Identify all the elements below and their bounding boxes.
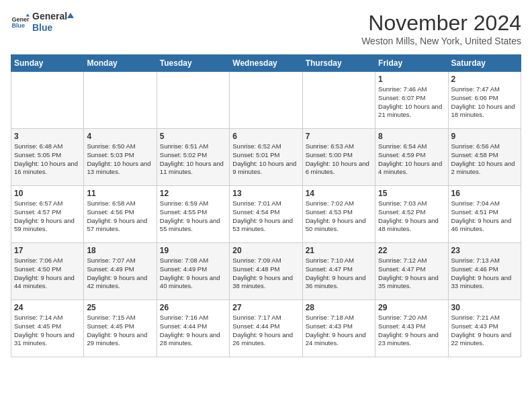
- svg-text:General: General: [11, 16, 30, 23]
- day-info: Sunrise: 7:20 AM Sunset: 4:43 PM Dayligh…: [378, 314, 445, 348]
- day-number: 16: [451, 189, 518, 198]
- day-info: Sunrise: 7:08 AM Sunset: 4:49 PM Dayligh…: [160, 257, 226, 291]
- day-info: Sunrise: 7:12 AM Sunset: 4:47 PM Dayligh…: [378, 257, 445, 291]
- calendar-week-row: 10Sunrise: 6:57 AM Sunset: 4:57 PM Dayli…: [11, 186, 521, 243]
- logo-general-text: General: [32, 11, 67, 21]
- day-number: 11: [87, 189, 153, 198]
- day-number: 29: [378, 303, 445, 312]
- calendar-header-row: SundayMondayTuesdayWednesdayThursdayFrid…: [11, 55, 521, 72]
- day-number: 7: [306, 132, 372, 141]
- calendar-cell: 27Sunrise: 7:17 AM Sunset: 4:44 PM Dayli…: [230, 300, 302, 357]
- day-info: Sunrise: 7:14 AM Sunset: 4:45 PM Dayligh…: [14, 314, 81, 348]
- calendar-cell: 18Sunrise: 7:07 AM Sunset: 4:49 PM Dayli…: [84, 243, 157, 300]
- calendar-cell: 22Sunrise: 7:12 AM Sunset: 4:47 PM Dayli…: [375, 243, 448, 300]
- logo-blue-text: Blue: [32, 22, 52, 33]
- day-info: Sunrise: 6:50 AM Sunset: 5:03 PM Dayligh…: [87, 142, 153, 177]
- day-info: Sunrise: 7:04 AM Sunset: 4:51 PM Dayligh…: [451, 199, 518, 234]
- day-info: Sunrise: 7:03 AM Sunset: 4:52 PM Dayligh…: [378, 199, 445, 234]
- calendar-cell: 25Sunrise: 7:15 AM Sunset: 4:45 PM Dayli…: [84, 300, 157, 357]
- day-info: Sunrise: 7:07 AM Sunset: 4:49 PM Dayligh…: [87, 257, 153, 291]
- calendar-table: SundayMondayTuesdayWednesdayThursdayFrid…: [11, 54, 521, 357]
- calendar-cell: 24Sunrise: 7:14 AM Sunset: 4:45 PM Dayli…: [11, 300, 84, 357]
- day-info: Sunrise: 7:47 AM Sunset: 6:06 PM Dayligh…: [451, 85, 518, 120]
- day-info: Sunrise: 7:16 AM Sunset: 4:44 PM Dayligh…: [160, 314, 226, 348]
- calendar-cell: 10Sunrise: 6:57 AM Sunset: 4:57 PM Dayli…: [11, 186, 84, 243]
- day-info: Sunrise: 7:18 AM Sunset: 4:43 PM Dayligh…: [306, 314, 372, 348]
- day-info: Sunrise: 7:15 AM Sunset: 4:45 PM Dayligh…: [87, 314, 153, 348]
- calendar-cell: [302, 72, 375, 129]
- calendar-cell: 26Sunrise: 7:16 AM Sunset: 4:44 PM Dayli…: [157, 300, 229, 357]
- calendar-cell: 21Sunrise: 7:10 AM Sunset: 4:47 PM Dayli…: [302, 243, 375, 300]
- day-number: 23: [451, 246, 518, 255]
- day-info: Sunrise: 7:09 AM Sunset: 4:48 PM Dayligh…: [232, 257, 299, 291]
- calendar-cell: 15Sunrise: 7:03 AM Sunset: 4:52 PM Dayli…: [375, 186, 448, 243]
- day-info: Sunrise: 7:01 AM Sunset: 4:54 PM Dayligh…: [232, 199, 299, 234]
- logo-icon: General Blue: [11, 13, 30, 32]
- calendar-cell: 17Sunrise: 7:06 AM Sunset: 4:50 PM Dayli…: [11, 243, 84, 300]
- day-number: 27: [232, 303, 299, 312]
- day-number: 28: [306, 303, 372, 312]
- column-header-friday: Friday: [375, 55, 448, 72]
- day-info: Sunrise: 6:59 AM Sunset: 4:55 PM Dayligh…: [160, 199, 226, 234]
- day-info: Sunrise: 6:56 AM Sunset: 4:58 PM Dayligh…: [451, 142, 518, 177]
- day-info: Sunrise: 6:53 AM Sunset: 5:00 PM Dayligh…: [306, 142, 372, 177]
- calendar-week-row: 24Sunrise: 7:14 AM Sunset: 4:45 PM Dayli…: [11, 300, 521, 357]
- calendar-cell: 5Sunrise: 6:51 AM Sunset: 5:02 PM Daylig…: [157, 129, 229, 186]
- day-number: 8: [378, 132, 445, 141]
- calendar-cell: 3Sunrise: 6:48 AM Sunset: 5:05 PM Daylig…: [11, 129, 84, 186]
- calendar-week-row: 3Sunrise: 6:48 AM Sunset: 5:05 PM Daylig…: [11, 129, 521, 186]
- column-header-tuesday: Tuesday: [157, 55, 229, 72]
- day-number: 15: [378, 189, 445, 198]
- day-info: Sunrise: 7:06 AM Sunset: 4:50 PM Dayligh…: [14, 257, 81, 291]
- column-header-thursday: Thursday: [302, 55, 375, 72]
- day-number: 14: [306, 189, 372, 198]
- calendar-cell: 8Sunrise: 6:54 AM Sunset: 4:59 PM Daylig…: [375, 129, 448, 186]
- calendar-week-row: 17Sunrise: 7:06 AM Sunset: 4:50 PM Dayli…: [11, 243, 521, 300]
- calendar-cell: [157, 72, 229, 129]
- day-info: Sunrise: 7:13 AM Sunset: 4:46 PM Dayligh…: [451, 257, 518, 291]
- day-number: 20: [232, 246, 299, 255]
- calendar-cell: 14Sunrise: 7:02 AM Sunset: 4:53 PM Dayli…: [302, 186, 375, 243]
- page-title: November 2024: [361, 11, 521, 36]
- calendar-cell: [84, 72, 157, 129]
- day-number: 12: [160, 189, 226, 198]
- calendar-week-row: 1Sunrise: 7:46 AM Sunset: 6:07 PM Daylig…: [11, 72, 521, 129]
- day-info: Sunrise: 7:10 AM Sunset: 4:47 PM Dayligh…: [306, 257, 372, 291]
- day-number: 26: [160, 303, 226, 312]
- calendar-cell: [11, 72, 84, 129]
- column-header-saturday: Saturday: [448, 55, 521, 72]
- column-header-sunday: Sunday: [11, 55, 84, 72]
- day-info: Sunrise: 7:46 AM Sunset: 6:07 PM Dayligh…: [378, 85, 445, 120]
- calendar-cell: 4Sunrise: 6:50 AM Sunset: 5:03 PM Daylig…: [84, 129, 157, 186]
- calendar-cell: 16Sunrise: 7:04 AM Sunset: 4:51 PM Dayli…: [448, 186, 521, 243]
- day-number: 5: [160, 132, 226, 141]
- day-info: Sunrise: 6:48 AM Sunset: 5:05 PM Dayligh…: [14, 142, 81, 177]
- calendar-cell: 19Sunrise: 7:08 AM Sunset: 4:49 PM Dayli…: [157, 243, 229, 300]
- svg-marker-2: [26, 13, 30, 16]
- calendar-cell: 28Sunrise: 7:18 AM Sunset: 4:43 PM Dayli…: [302, 300, 375, 357]
- calendar-cell: 9Sunrise: 6:56 AM Sunset: 4:58 PM Daylig…: [448, 129, 521, 186]
- title-block: November 2024 Weston Mills, New York, Un…: [361, 11, 521, 46]
- calendar-cell: 29Sunrise: 7:20 AM Sunset: 4:43 PM Dayli…: [375, 300, 448, 357]
- column-header-wednesday: Wednesday: [230, 55, 302, 72]
- calendar-cell: 23Sunrise: 7:13 AM Sunset: 4:46 PM Dayli…: [448, 243, 521, 300]
- day-number: 30: [451, 303, 518, 312]
- calendar-cell: 11Sunrise: 6:58 AM Sunset: 4:56 PM Dayli…: [84, 186, 157, 243]
- day-info: Sunrise: 6:54 AM Sunset: 4:59 PM Dayligh…: [378, 142, 445, 177]
- day-number: 9: [451, 132, 518, 141]
- day-number: 4: [87, 132, 153, 141]
- calendar-cell: 30Sunrise: 7:21 AM Sunset: 4:43 PM Dayli…: [448, 300, 521, 357]
- calendar-cell: 12Sunrise: 6:59 AM Sunset: 4:55 PM Dayli…: [157, 186, 229, 243]
- day-number: 2: [451, 75, 518, 84]
- calendar-cell: 6Sunrise: 6:52 AM Sunset: 5:01 PM Daylig…: [230, 129, 302, 186]
- svg-text:Blue: Blue: [11, 22, 25, 29]
- day-number: 10: [14, 189, 81, 198]
- day-info: Sunrise: 6:58 AM Sunset: 4:56 PM Dayligh…: [87, 199, 153, 234]
- calendar-cell: [230, 72, 302, 129]
- day-info: Sunrise: 7:17 AM Sunset: 4:44 PM Dayligh…: [232, 314, 299, 348]
- day-number: 22: [378, 246, 445, 255]
- logo: General Blue General Blue: [11, 11, 75, 34]
- calendar-cell: 20Sunrise: 7:09 AM Sunset: 4:48 PM Dayli…: [230, 243, 302, 300]
- day-number: 24: [14, 303, 81, 312]
- day-number: 17: [14, 246, 81, 255]
